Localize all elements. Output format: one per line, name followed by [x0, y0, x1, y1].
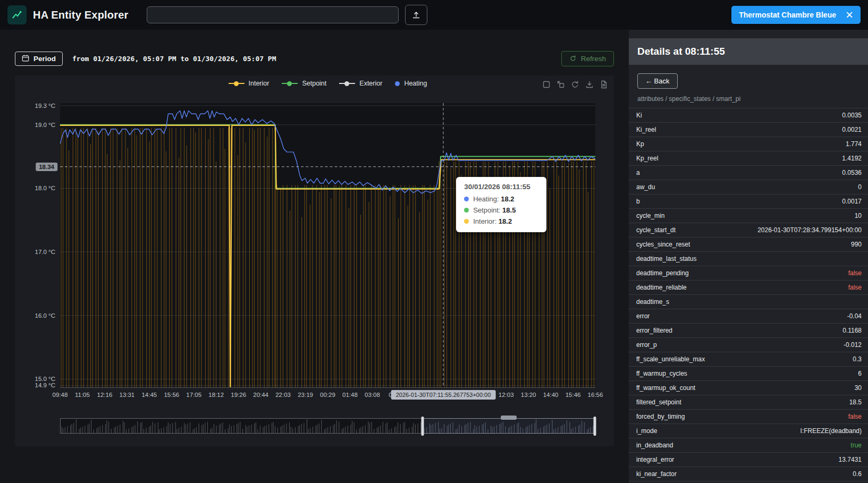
- top-bar: HA Entity Explorer Thermostat Chambre Bl…: [0, 0, 868, 30]
- search-input[interactable]: [147, 6, 399, 23]
- attribute-key: Kp_reel: [636, 155, 658, 162]
- attribute-key: filtered_setpoint: [636, 399, 681, 406]
- attribute-row: error-0.04: [629, 309, 868, 324]
- entity-badge[interactable]: Thermostat Chambre Bleue ×: [731, 6, 861, 24]
- legend-item-interior[interactable]: Interior: [229, 80, 269, 87]
- legend-marker-icon: [395, 81, 400, 86]
- attribute-value: 18.5: [849, 399, 862, 406]
- range-slider[interactable]: [60, 418, 595, 434]
- crosshair-y-badge: 18.34: [36, 163, 57, 171]
- attribute-key: error_filtered: [636, 327, 672, 334]
- y-tick-label: 18.0 °C: [35, 185, 55, 191]
- attribute-row: deadtime_last_status: [629, 252, 868, 266]
- chart-legend: InteriorSetpointExteriorHeating: [60, 80, 595, 87]
- attribute-row: cycle_min10: [629, 209, 868, 223]
- reset-axes-icon[interactable]: [569, 79, 581, 90]
- period-range-text: from 01/26/2026, 05:07 PM to 01/30/2026,…: [72, 55, 276, 63]
- attribute-key: ff_scale_unreliable_max: [636, 355, 705, 363]
- attribute-key: cycle_min: [636, 212, 664, 219]
- range-slider-left-handle[interactable]: [422, 417, 424, 436]
- attribute-key: aw_du: [636, 183, 655, 191]
- attribute-row: Kp_reel1.4192: [629, 151, 868, 166]
- attribute-row: Ki0.0035: [629, 108, 868, 123]
- plot-area[interactable]: 18.34 2026-01-30T07:11:55.267753+00:00 3…: [60, 103, 595, 388]
- legend-label: Setpoint: [302, 80, 326, 87]
- attribute-key: Kp: [636, 140, 644, 148]
- download-icon[interactable]: [584, 79, 595, 90]
- back-button[interactable]: ← Back: [637, 73, 678, 89]
- x-tick-label: 03:08: [365, 392, 380, 398]
- attribute-value: 1.4192: [842, 155, 862, 162]
- x-tick-label: 13:31: [119, 392, 134, 398]
- legend-item-heating[interactable]: Heating: [395, 80, 427, 87]
- range-slider-grip[interactable]: [501, 416, 517, 420]
- attribute-row: a0.0536: [629, 166, 868, 180]
- x-tick-label: 01:48: [342, 392, 358, 398]
- attribute-key: b: [636, 198, 640, 205]
- attribute-key: i_mode: [636, 427, 657, 435]
- x-tick-label: 12:16: [97, 392, 113, 398]
- x-tick-label: 23:19: [298, 392, 313, 398]
- close-icon[interactable]: ×: [845, 9, 854, 21]
- tooltip-title: 30/01/2026 08:11:55: [464, 183, 538, 191]
- plot-svg[interactable]: [60, 103, 595, 387]
- attribute-key: error: [636, 312, 650, 320]
- attribute-row: ff_warmup_cycles6: [629, 367, 868, 381]
- attribute-row: aw_du0: [629, 180, 868, 194]
- attribute-value: 0: [858, 183, 862, 191]
- attribute-key: error_p: [636, 341, 657, 349]
- refresh-button[interactable]: Refresh: [561, 51, 614, 66]
- attribute-value: true: [850, 442, 862, 449]
- pan-icon[interactable]: [555, 79, 567, 90]
- period-button[interactable]: Period: [15, 52, 63, 66]
- zoom-icon[interactable]: [541, 79, 552, 90]
- range-slider-window[interactable]: [423, 418, 595, 434]
- attribute-value: 0.3: [853, 355, 862, 363]
- attribute-value: 30: [855, 384, 862, 392]
- attribute-value: -0.012: [844, 341, 862, 349]
- app-title: HA Entity Explorer: [33, 9, 129, 21]
- entity-badge-label: Thermostat Chambre Bleue: [739, 11, 836, 19]
- y-tick-label: 19.3 °C: [35, 103, 55, 109]
- x-tick-label: 19:26: [231, 392, 246, 398]
- legend-marker-icon: [339, 83, 355, 84]
- attribute-row: deadtime_reliablefalse: [629, 281, 868, 295]
- attribute-value: false: [848, 413, 862, 420]
- x-tick-label: 14:40: [543, 392, 559, 398]
- attribute-row: b0.0017: [629, 194, 868, 209]
- upload-button[interactable]: [405, 5, 427, 25]
- legend-item-setpoint[interactable]: Setpoint: [282, 80, 326, 87]
- attribute-key: Ki: [636, 112, 642, 119]
- attribute-value: 0.0536: [842, 169, 862, 176]
- range-slider-right-handle[interactable]: [594, 417, 596, 436]
- attribute-row: error_filtered0.1168: [629, 324, 868, 338]
- attribute-value: 6: [858, 370, 862, 377]
- attribute-key: deadtime_last_status: [636, 255, 696, 262]
- attribute-key: ff_warmup_cycles: [636, 370, 687, 377]
- legend-item-exterior[interactable]: Exterior: [339, 80, 382, 87]
- refresh-button-label: Refresh: [581, 55, 606, 63]
- tooltip-row: Interior: 18.2: [464, 217, 538, 225]
- y-tick-label: 15.0 °C: [35, 376, 55, 382]
- y-tick-label: 16.0 °C: [35, 312, 55, 319]
- legend-label: Heating: [404, 80, 427, 87]
- attribute-row: Ki_reel0.0021: [629, 123, 868, 137]
- tooltip-row: Setpoint: 18.5: [464, 206, 538, 214]
- attribute-row: ff_scale_unreliable_max0.3: [629, 352, 868, 367]
- export-data-icon[interactable]: [598, 79, 610, 90]
- x-tick-label: 13:20: [521, 392, 536, 398]
- y-tick-label: 19.0 °C: [35, 122, 55, 128]
- attribute-value: 1.774: [846, 140, 862, 148]
- x-tick-label: 15:56: [164, 392, 179, 398]
- attribute-row: Kp1.774: [629, 137, 868, 151]
- attribute-key: deadtime_pending: [636, 269, 689, 277]
- details-title: Details at 08:11:55: [629, 38, 868, 65]
- attribute-value: 0.1168: [842, 327, 862, 334]
- refresh-icon: [569, 55, 577, 62]
- attribute-row: ff_warmup_ok_count30: [629, 381, 868, 395]
- attribute-row: i_modeI:FREEZE(deadband): [629, 424, 868, 438]
- attribute-row: error_p-0.012: [629, 338, 868, 352]
- chart-tooltip: 30/01/2026 08:11:55 Heating: 18.2Setpoin…: [456, 177, 546, 232]
- attribute-value: 13.7431: [839, 456, 862, 463]
- y-tick-label: 17.0 °C: [35, 249, 55, 255]
